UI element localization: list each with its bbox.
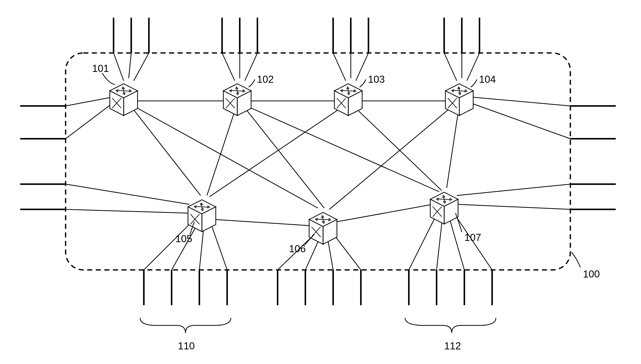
svg-line-51 xyxy=(457,184,570,195)
svg-line-33 xyxy=(114,53,124,81)
svg-line-69 xyxy=(336,204,433,222)
label-106: 106 xyxy=(289,243,306,254)
svg-line-75 xyxy=(209,105,346,197)
label-112: 112 xyxy=(444,340,461,351)
svg-line-56 xyxy=(209,219,227,270)
svg-line-46 xyxy=(66,103,112,139)
switch-101 xyxy=(110,84,138,116)
label-101: 101 xyxy=(92,63,109,74)
label-110: 110 xyxy=(178,340,195,351)
svg-line-34 xyxy=(129,53,131,78)
svg-line-77 xyxy=(329,105,454,209)
svg-line-45 xyxy=(66,97,112,106)
switch-104 xyxy=(445,84,473,116)
svg-line-35 xyxy=(134,53,149,81)
switch-102 xyxy=(223,84,251,116)
svg-line-70 xyxy=(129,103,201,195)
svg-line-38 xyxy=(245,53,257,81)
svg-line-49 xyxy=(472,97,570,106)
svg-line-50 xyxy=(472,103,570,139)
switch-107 xyxy=(430,192,458,224)
label-102: 102 xyxy=(257,74,274,85)
label-103: 103 xyxy=(368,74,385,85)
label-105: 105 xyxy=(175,233,192,244)
svg-line-71 xyxy=(131,105,318,208)
svg-line-41 xyxy=(356,53,368,81)
svg-line-48 xyxy=(66,209,189,213)
svg-line-61 xyxy=(409,212,438,270)
label-104: 104 xyxy=(479,74,496,85)
svg-line-63 xyxy=(448,213,464,270)
svg-line-47 xyxy=(66,184,189,204)
svg-line-52 xyxy=(457,204,570,209)
switch-106 xyxy=(309,212,337,244)
svg-line-78 xyxy=(447,105,459,188)
switch-103 xyxy=(334,84,362,116)
svg-line-36 xyxy=(222,53,235,81)
svg-line-42 xyxy=(444,53,457,81)
label-100: 100 xyxy=(583,268,600,279)
svg-line-73 xyxy=(242,105,324,208)
svg-line-53 xyxy=(144,219,194,270)
svg-line-68 xyxy=(215,219,312,226)
label-107: 107 xyxy=(464,232,481,243)
svg-line-74 xyxy=(244,105,439,192)
svg-line-76 xyxy=(352,105,442,190)
svg-line-39 xyxy=(333,53,346,81)
svg-line-44 xyxy=(467,53,479,81)
